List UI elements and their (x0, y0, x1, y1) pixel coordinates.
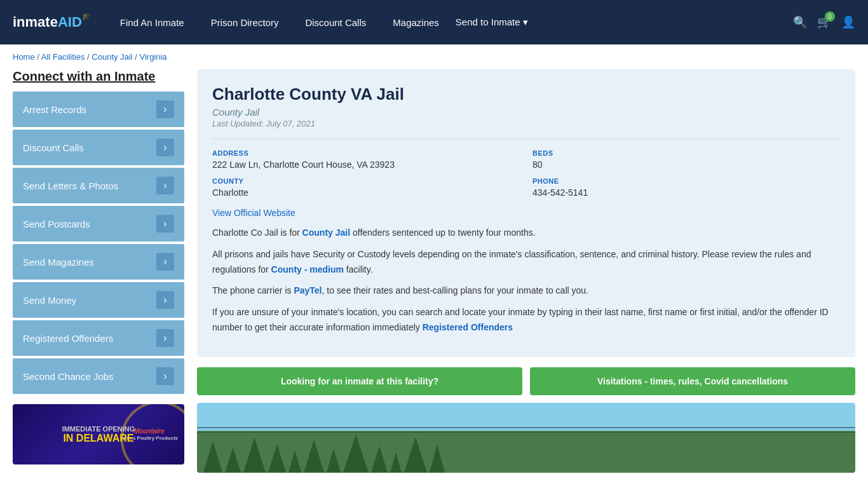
facility-description: Charlotte Co Jail is for County Jail off… (212, 226, 840, 336)
sidebar-menu: Arrest Records › Discount Calls › Send L… (13, 92, 184, 394)
sidebar-item-send-magazines[interactable]: Send Magazines › (13, 244, 184, 280)
facility-photo (197, 403, 855, 473)
sidebar-item-label: Second Chance Jobs (23, 371, 114, 382)
tree-4 (268, 444, 286, 473)
sidebar-title: Connect with an Inmate (13, 69, 184, 84)
chevron-right-icon: › (156, 253, 174, 271)
logo[interactable]: inmateAID🎓 (13, 14, 91, 30)
address-block: ADDRESS 222 Law Ln, Charlotte Court Hous… (212, 149, 520, 170)
sidebar-item-second-chance-jobs[interactable]: Second Chance Jobs › (13, 358, 184, 394)
county-medium-link[interactable]: County - medium (271, 264, 344, 274)
chevron-right-icon: › (156, 291, 174, 309)
tree-6 (304, 440, 324, 473)
chevron-right-icon: › (156, 367, 174, 385)
tree-7 (327, 449, 341, 473)
nav-links: Find An Inmate Prison Directory Discount… (110, 12, 793, 33)
beds-block: BEDS 80 (532, 149, 840, 170)
address-label: ADDRESS (212, 149, 520, 157)
breadcrumb-home[interactable]: Home (13, 52, 35, 62)
sidebar-item-label: Send Postcards (23, 219, 90, 229)
county-label: COUNTY (212, 177, 520, 185)
tree-5 (288, 451, 301, 473)
nav-icons: 🔍 🛒 0 👤 (793, 15, 855, 29)
sidebar-item-label: Send Letters & Photos (23, 180, 118, 191)
tree-3 (243, 438, 266, 473)
breadcrumb: Home / All Facilities / County Jail / Vi… (0, 44, 868, 69)
find-inmate-button[interactable]: Looking for an inmate at this facility? (197, 367, 522, 395)
nav-prison-directory[interactable]: Prison Directory (201, 12, 289, 33)
county-value: Charlotte (212, 187, 520, 198)
wire-decoration (197, 427, 855, 428)
page-layout: Connect with an Inmate Arrest Records › … (0, 69, 868, 485)
sidebar-item-send-postcards[interactable]: Send Postcards › (13, 206, 184, 241)
tree-9 (371, 446, 388, 473)
sidebar-ad-banner[interactable]: IMMEDIATE OPENING IN DELAWARE Mountaire … (13, 404, 184, 464)
sidebar-item-send-money[interactable]: Send Money › (13, 282, 184, 318)
visitations-button[interactable]: Visitations - times, rules, Covid cancel… (530, 367, 855, 395)
official-website-link[interactable]: View Official Website (212, 208, 295, 218)
sidebar-item-label: Send Magazines (23, 257, 94, 268)
action-buttons: Looking for an inmate at this facility? … (197, 367, 855, 395)
sidebar-item-label: Send Money (23, 295, 76, 306)
tree-11 (404, 437, 427, 473)
sidebar-item-discount-calls[interactable]: Discount Calls › (13, 130, 184, 165)
beds-value: 80 (532, 159, 840, 170)
chevron-right-icon: › (156, 177, 174, 194)
sidebar-item-label: Arrest Records (23, 104, 86, 115)
tree-8 (343, 435, 369, 473)
cart-button[interactable]: 🛒 0 (817, 15, 831, 29)
nav-send-to-inmate[interactable]: Send to Inmate ▾ (456, 17, 528, 28)
sidebar-item-label: Registered Offenders (23, 333, 113, 344)
tree-10 (390, 452, 402, 473)
county-jail-link[interactable]: County Jail (302, 227, 350, 238)
tree-1 (203, 441, 222, 473)
chevron-right-icon: › (156, 215, 174, 233)
breadcrumb-county-jail[interactable]: County Jail (92, 52, 132, 62)
main-content: Charlotte County VA Jail County Jail Las… (197, 69, 855, 473)
paytel-link[interactable]: PayTel (294, 285, 322, 295)
nav-discount-calls[interactable]: Discount Calls (295, 12, 376, 33)
breadcrumb-all-facilities[interactable]: All Facilities (41, 52, 85, 62)
user-account-button[interactable]: 👤 (841, 15, 855, 29)
address-value: 222 Law Ln, Charlotte Court House, VA 23… (212, 159, 520, 170)
chevron-right-icon: › (156, 329, 174, 347)
facility-type: County Jail (212, 107, 840, 118)
tree-12 (430, 445, 445, 473)
sidebar-item-send-letters[interactable]: Send Letters & Photos › (13, 168, 184, 203)
breadcrumb-virginia[interactable]: Virginia (139, 52, 166, 62)
beds-label: BEDS (532, 149, 840, 157)
nav-magazines[interactable]: Magazines (383, 12, 449, 33)
phone-label: PHONE (532, 177, 840, 185)
sidebar-item-arrest-records[interactable]: Arrest Records › (13, 92, 184, 127)
navigation: inmateAID🎓 Find An Inmate Prison Directo… (0, 0, 868, 44)
facility-card: Charlotte County VA Jail County Jail Las… (197, 69, 855, 357)
county-block: COUNTY Charlotte (212, 177, 520, 198)
sidebar-item-label: Discount Calls (23, 142, 84, 153)
tree-decoration (197, 431, 855, 473)
phone-block: PHONE 434-542-5141 (532, 177, 840, 198)
search-button[interactable]: 🔍 (793, 15, 807, 29)
phone-value: 434-542-5141 (532, 187, 840, 198)
nav-find-inmate[interactable]: Find An Inmate (110, 12, 194, 33)
sidebar-item-registered-offenders[interactable]: Registered Offenders › (13, 320, 184, 356)
cart-badge: 0 (825, 11, 835, 22)
tree-2 (225, 447, 241, 473)
ad-text: IMMEDIATE OPENING IN DELAWARE (57, 420, 140, 449)
facility-name: Charlotte County VA Jail (212, 85, 840, 104)
chevron-right-icon: › (156, 139, 174, 156)
sidebar: Connect with an Inmate Arrest Records › … (13, 69, 184, 473)
chevron-right-icon: › (156, 100, 174, 118)
facility-details-grid: ADDRESS 222 Law Ln, Charlotte Court Hous… (212, 139, 840, 198)
facility-last-updated: Last Updated: July 07, 2021 (212, 119, 840, 128)
registered-offenders-link[interactable]: Registered Offenders (423, 322, 513, 332)
